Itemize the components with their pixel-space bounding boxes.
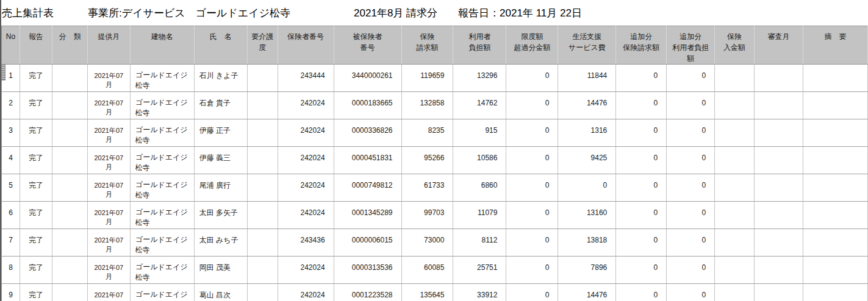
insurer_no-cell: 242024 xyxy=(278,257,334,284)
table-row: 6完了2021年07月ゴールドエイジ松寺太田 多矢子24202400013452… xyxy=(2,202,868,229)
review_month-cell xyxy=(755,202,803,229)
category-cell xyxy=(52,147,87,174)
report-page: 売上集計表 事業所:デイサービス ゴールドエイジ松寺 2021年8月 請求分 報… xyxy=(0,0,868,301)
service_month-cell: 2021年07月 xyxy=(87,92,130,119)
insurance_deposit-cell xyxy=(715,119,755,147)
over_limit_amount-cell: 0 xyxy=(506,92,558,119)
over_limit_amount-cell: 0 xyxy=(506,174,558,202)
insurer_no-cell: 242024 xyxy=(278,284,334,301)
add_insurance_claim-cell: 0 xyxy=(616,202,667,229)
column-header-name: 氏 名 xyxy=(194,26,247,65)
name-cell: 伊藤 義三 xyxy=(194,147,247,174)
category-cell xyxy=(52,65,87,92)
add_user_charge-cell: 0 xyxy=(667,284,715,301)
service_month-cell: 2021年07月 xyxy=(87,284,130,301)
add_user_charge-cell: 0 xyxy=(667,202,715,229)
name-cell: 石倉 貴子 xyxy=(194,92,247,119)
over_limit_amount-cell: 0 xyxy=(506,202,558,229)
table-body: 1完了2021年07月ゴールドエイジ松寺石川 きよ子24344434400002… xyxy=(2,65,868,301)
insured_no-cell: 0000336826 xyxy=(334,119,401,147)
column-header-user_charge: 利用者 負担額 xyxy=(453,26,506,65)
review_month-cell xyxy=(755,284,803,301)
column-header-care_level: 要介護 度 xyxy=(247,26,278,65)
name-cell: 葛山 昌次 xyxy=(194,284,247,301)
report-cell: 完了 xyxy=(20,119,52,147)
building-cell: ゴールドエイジ松寺 xyxy=(130,147,194,174)
insured_no-cell: 0000006015 xyxy=(334,229,401,257)
review_month-cell xyxy=(755,174,803,202)
add_insurance_claim-cell: 0 xyxy=(616,92,667,119)
column-header-add_insurance_claim: 追加分 保険請求額 xyxy=(616,26,667,65)
table-row: 1完了2021年07月ゴールドエイジ松寺石川 きよ子24344434400002… xyxy=(2,65,868,92)
user_charge-cell: 10586 xyxy=(453,147,506,174)
column-header-building: 建物名 xyxy=(130,26,194,65)
care_level-cell xyxy=(247,229,278,257)
splitter-grip[interactable] xyxy=(1,65,5,80)
add_user_charge-cell: 0 xyxy=(667,65,715,92)
column-header-insurance_deposit: 保険 入金額 xyxy=(715,26,755,65)
insurer_no-cell: 242024 xyxy=(278,147,334,174)
add_insurance_claim-cell: 0 xyxy=(616,257,667,284)
life_support_fee-cell: 14476 xyxy=(558,284,616,301)
life_support_fee-cell: 14476 xyxy=(558,92,616,119)
add_insurance_claim-cell: 0 xyxy=(616,284,667,301)
page-title: 売上集計表 xyxy=(2,6,54,20)
life_support_fee-cell: 0 xyxy=(558,174,616,202)
insurer_no-cell: 243436 xyxy=(278,229,334,257)
remarks-cell xyxy=(803,174,867,202)
column-header-insurer_no: 保険者番号 xyxy=(278,26,334,65)
table-row: 4完了2021年07月ゴールドエイジ松寺伊藤 義三242024000045183… xyxy=(2,147,868,174)
report-cell: 完了 xyxy=(20,65,52,92)
building-cell: ゴールドエイジ松寺 xyxy=(130,119,194,147)
name-cell: 尾浦 廣行 xyxy=(194,174,247,202)
table-row: 8完了2021年07月ゴールドエイジ松寺岡田 茂美242024000031353… xyxy=(2,257,868,284)
service_month-cell: 2021年07月 xyxy=(87,147,130,174)
insurance_claim-cell: 135645 xyxy=(401,284,453,301)
report-cell: 完了 xyxy=(20,229,52,257)
user_charge-cell: 6860 xyxy=(453,174,506,202)
add_insurance_claim-cell: 0 xyxy=(616,229,667,257)
review_month-cell xyxy=(755,229,803,257)
category-cell xyxy=(52,174,87,202)
no-cell: 5 xyxy=(2,174,20,202)
add_user_charge-cell: 0 xyxy=(667,119,715,147)
table-row: 5完了2021年07月ゴールドエイジ松寺尾浦 廣行242024000074981… xyxy=(2,174,868,202)
report-cell: 完了 xyxy=(20,284,52,301)
user_charge-cell: 915 xyxy=(453,119,506,147)
insurer_no-cell: 242024 xyxy=(278,119,334,147)
insurance_deposit-cell xyxy=(715,284,755,301)
table-row: 3完了2021年07月ゴールドエイジ松寺伊藤 正子242024000033682… xyxy=(2,119,868,147)
insurer_no-cell: 242024 xyxy=(278,174,334,202)
no-cell: 4 xyxy=(2,147,20,174)
insured_no-cell: 0000183665 xyxy=(334,92,401,119)
user_charge-cell: 14762 xyxy=(453,92,506,119)
insurance_deposit-cell xyxy=(715,229,755,257)
insurance_claim-cell: 119659 xyxy=(401,65,453,92)
report-date-label: 報告日：2021年 11月 22日 xyxy=(458,6,582,20)
building-cell: ゴールドエイジ松寺 xyxy=(130,92,194,119)
add_insurance_claim-cell: 0 xyxy=(616,174,667,202)
insurance_deposit-cell xyxy=(715,257,755,284)
building-cell: ゴールドエイジ松寺 xyxy=(130,202,194,229)
user_charge-cell: 33912 xyxy=(453,284,506,301)
building-cell: ゴールドエイジ松寺 xyxy=(130,284,194,301)
life_support_fee-cell: 1316 xyxy=(558,119,616,147)
category-cell xyxy=(52,257,87,284)
name-cell: 太田 みち子 xyxy=(194,229,247,257)
service_month-cell: 2021年07月 xyxy=(87,229,130,257)
insured_no-cell: 0001345289 xyxy=(334,202,401,229)
review_month-cell xyxy=(755,65,803,92)
report-cell: 完了 xyxy=(20,174,52,202)
add_user_charge-cell: 0 xyxy=(667,147,715,174)
service_month-cell: 2021年07月 xyxy=(87,257,130,284)
care_level-cell xyxy=(247,174,278,202)
insurer_no-cell: 243444 xyxy=(278,65,334,92)
office-label: 事業所:デイサービス ゴールドエイジ松寺 xyxy=(88,6,290,20)
billing-period: 2021年8月 請求分 xyxy=(354,6,437,20)
insurance_claim-cell: 61733 xyxy=(401,174,453,202)
insurance_claim-cell: 95266 xyxy=(401,147,453,174)
care_level-cell xyxy=(247,92,278,119)
over_limit_amount-cell: 0 xyxy=(506,284,558,301)
no-cell: 7 xyxy=(2,229,20,257)
review_month-cell xyxy=(755,147,803,174)
